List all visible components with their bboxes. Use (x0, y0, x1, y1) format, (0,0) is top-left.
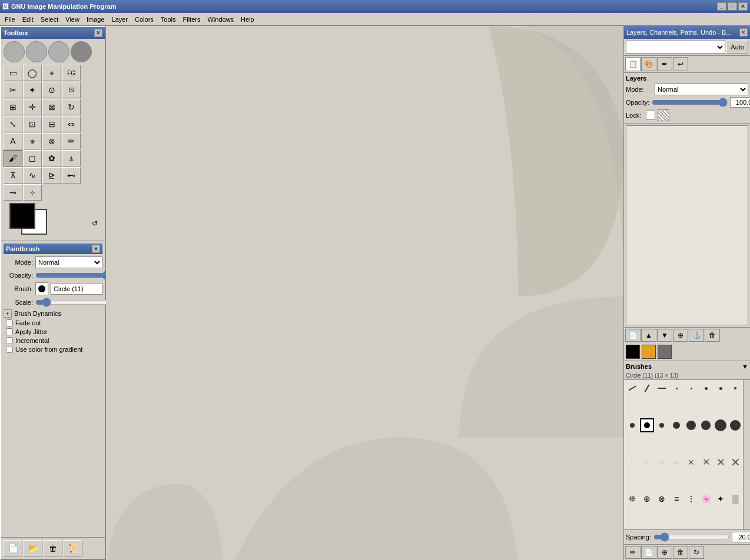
brush-name-display[interactable]: Circle (11) (51, 283, 102, 295)
menu-colors[interactable]: Colors (131, 15, 157, 24)
incremental-checkbox[interactable] (6, 337, 13, 344)
brush-item[interactable] (625, 381, 639, 395)
toolbox-open-button[interactable]: 📂 (24, 540, 42, 556)
brush-preview[interactable] (35, 282, 48, 295)
tool-rect-select[interactable]: ▭ (4, 65, 22, 81)
layer-opacity-value[interactable]: 100.0 (730, 97, 750, 108)
brush-delete-button[interactable]: 🗑 (673, 546, 688, 559)
tool-scale[interactable]: ⤡ (4, 116, 22, 132)
layer-opacity-slider[interactable] (652, 98, 728, 107)
tool-by-color[interactable]: ⊙ (42, 82, 61, 98)
brush-item[interactable]: ·:·: (669, 455, 683, 469)
color-swatch-black[interactable] (626, 345, 640, 359)
layers-panel-close[interactable]: ✕ (739, 28, 748, 36)
tool-foreground-select[interactable]: FG (62, 65, 81, 81)
brush-item[interactable] (699, 381, 713, 395)
brush-item[interactable]: ▓ (728, 492, 742, 506)
color-reset-icon[interactable]: ↺ (92, 219, 98, 228)
brush-item[interactable] (655, 381, 669, 395)
maximize-button[interactable]: □ (728, 2, 737, 11)
brush-item[interactable] (640, 381, 654, 395)
brush-item[interactable] (655, 418, 669, 432)
tool-crop[interactable]: ⊠ (42, 99, 61, 115)
brush-new-button[interactable]: 📄 (641, 546, 656, 559)
brush-item[interactable] (625, 418, 639, 432)
tool-extra[interactable]: ⊹ (23, 184, 42, 201)
brush-item[interactable] (714, 381, 728, 395)
toolbox-script-button[interactable]: 📜 (64, 540, 82, 556)
close-button[interactable]: ✕ (738, 2, 748, 11)
layer-mode-select[interactable]: Normal (655, 84, 748, 95)
tool-iscissors[interactable]: IS (62, 82, 81, 98)
brush-item[interactable] (684, 381, 698, 395)
spacing-slider[interactable] (653, 532, 729, 542)
mode-select[interactable]: Normal (35, 256, 102, 268)
tool-paintbrush[interactable]: 🖌 (4, 150, 22, 166)
toolbox-delete-button[interactable]: 🗑 (44, 540, 62, 556)
lock-position-icon[interactable] (658, 109, 669, 121)
menu-filters[interactable]: Filters (180, 15, 204, 24)
brush-duplicate-button[interactable]: ⊕ (657, 546, 672, 559)
layer-anchor-button[interactable]: ⚓ (689, 329, 704, 342)
layer-delete-button[interactable]: 🗑 (705, 329, 720, 342)
brush-item[interactable]: ✕ (714, 455, 728, 469)
layer-duplicate-button[interactable]: ⊕ (673, 329, 688, 342)
tool-eraser[interactable]: ◻ (23, 150, 42, 166)
color-swatch-gray[interactable] (658, 345, 672, 359)
tool-move[interactable]: ✛ (23, 99, 42, 115)
menu-select[interactable]: Select (37, 15, 62, 24)
tool-ink[interactable]: ⍋ (62, 150, 81, 166)
tool-free-select[interactable]: ⌖ (42, 65, 61, 81)
tool-flip[interactable]: ⇔ (62, 116, 81, 132)
tab-channels[interactable]: 🎨 (641, 57, 656, 71)
brush-item[interactable]: ✕ (728, 455, 742, 469)
brush-refresh-button[interactable]: ↻ (689, 546, 704, 559)
brush-item[interactable]: ·:· (640, 455, 654, 469)
brush-item[interactable] (684, 418, 698, 432)
opacity-slider[interactable] (35, 271, 111, 279)
tab-paths[interactable]: ✒ (657, 57, 672, 71)
lock-alpha-checkbox[interactable] (646, 111, 655, 120)
brush-item-selected[interactable] (640, 418, 654, 432)
paintbrush-close-button[interactable]: ▼ (92, 245, 100, 253)
layers-dropdown[interactable] (626, 41, 725, 54)
menu-layer[interactable]: Layer (108, 15, 132, 24)
brushes-scrollbar[interactable] (743, 380, 750, 529)
tool-dodge-burn[interactable]: ⊼ (4, 167, 22, 184)
brush-item[interactable]: ⋮ (684, 492, 698, 506)
brush-item[interactable]: ❊ (625, 492, 639, 506)
brush-item[interactable] (714, 418, 728, 432)
apply-jitter-checkbox[interactable] (6, 328, 13, 335)
brush-item[interactable]: ⊕ (640, 492, 654, 506)
menu-edit[interactable]: Edit (19, 15, 37, 24)
tool-color-picker[interactable]: ⊵ (42, 167, 61, 184)
dynamics-expand-button[interactable]: + (4, 309, 12, 318)
tool-heal[interactable]: ⊕ (23, 133, 42, 149)
menu-file[interactable]: File (1, 15, 19, 24)
use-color-gradient-checkbox[interactable] (6, 346, 13, 353)
canvas-area[interactable] (106, 26, 623, 560)
tool-perspective[interactable]: ⊟ (42, 116, 61, 132)
menu-tools[interactable]: Tools (157, 15, 180, 24)
tool-ellipse-select[interactable]: ◯ (23, 65, 42, 81)
tool-rotate[interactable]: ↻ (62, 99, 81, 115)
menu-help[interactable]: Help (237, 15, 258, 24)
brush-item[interactable]: ✕ (684, 455, 698, 469)
layer-lower-button[interactable]: ▼ (657, 329, 672, 342)
menu-image[interactable]: Image (83, 15, 108, 24)
tab-layers[interactable]: 📋 (625, 57, 641, 71)
menu-windows[interactable]: Windows (204, 15, 237, 24)
minimize-button[interactable]: _ (717, 2, 726, 11)
menu-view[interactable]: View (62, 15, 83, 24)
toolbox-close-button[interactable]: ✕ (94, 29, 102, 37)
brush-item[interactable]: ✕ (699, 455, 713, 469)
fade-out-checkbox[interactable] (6, 319, 13, 326)
tool-clone[interactable]: ⊗ (42, 133, 61, 149)
tool-measure[interactable]: ⊷ (62, 167, 81, 184)
tool-clone2[interactable]: ⊸ (4, 184, 22, 201)
tool-scissors[interactable]: ✂ (4, 82, 22, 98)
tool-pencil[interactable]: ✏ (62, 133, 81, 149)
foreground-color[interactable] (9, 203, 35, 229)
brush-item[interactable] (728, 418, 742, 432)
tool-fuzzy-select[interactable]: ✦ (23, 82, 42, 98)
